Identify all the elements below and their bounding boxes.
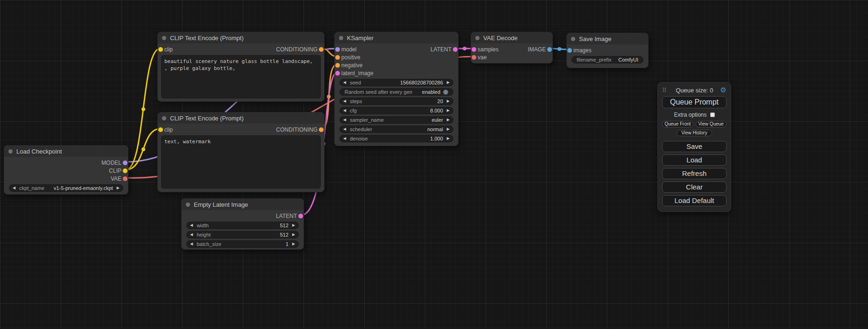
- input-port-clip[interactable]: [158, 127, 163, 132]
- input-label-images: images: [573, 47, 592, 54]
- input-port-negative[interactable]: [335, 63, 340, 68]
- decrement-arrow-icon[interactable]: ◀: [343, 81, 346, 84]
- prompt-textarea[interactable]: beautiful scenery nature glass bottle la…: [161, 55, 321, 98]
- collapse-dot-icon[interactable]: [571, 37, 575, 41]
- clear-button[interactable]: Clear: [662, 182, 727, 193]
- input-label-latent-image: latent_image: [341, 70, 374, 77]
- decrement-arrow-icon[interactable]: ◀: [190, 224, 193, 227]
- node-ksampler[interactable]: KSampler model LATENT positive negative …: [334, 32, 459, 146]
- increment-arrow-icon[interactable]: ▶: [292, 242, 295, 246]
- increment-arrow-icon[interactable]: ▶: [447, 118, 450, 122]
- increment-arrow-icon[interactable]: ▶: [447, 99, 450, 103]
- widget-steps[interactable]: ◀ steps 20 ▶: [339, 98, 453, 105]
- node-graph-canvas[interactable]: Load Checkpoint MODEL CLIP VAE ◀ ckpt_na…: [0, 0, 868, 329]
- extra-options-checkbox[interactable]: [710, 112, 715, 117]
- increment-arrow-icon[interactable]: ▶: [447, 137, 450, 140]
- decrement-arrow-icon[interactable]: ◀: [343, 127, 346, 131]
- view-queue-button[interactable]: View Queue: [696, 121, 727, 127]
- link-midpoint-dot: [141, 147, 145, 151]
- input-port-clip[interactable]: [158, 47, 163, 52]
- input-label-samples: samples: [478, 46, 499, 53]
- output-port-vae[interactable]: [123, 176, 127, 181]
- node-header[interactable]: Save Image: [567, 33, 648, 44]
- increment-arrow-icon[interactable]: ▶: [292, 233, 295, 237]
- widget-sampler-name[interactable]: ◀ sampler_name euler ▶: [339, 116, 453, 124]
- decrement-arrow-icon[interactable]: ◀: [343, 137, 346, 140]
- node-empty-latent-image[interactable]: Empty Latent Image LATENT ◀ width 512 ▶ …: [181, 198, 304, 250]
- node-header[interactable]: CLIP Text Encode (Prompt): [158, 112, 324, 124]
- widget-value: normal: [427, 126, 443, 132]
- settings-gear-icon[interactable]: ⚙: [720, 86, 727, 94]
- prompt-textarea[interactable]: text, watermark: [161, 135, 321, 189]
- input-port-vae[interactable]: [472, 55, 476, 60]
- link-midpoint-dot: [463, 47, 466, 50]
- collapse-dot-icon[interactable]: [475, 36, 480, 40]
- increment-arrow-icon[interactable]: ▶: [117, 186, 120, 190]
- output-port-model[interactable]: [123, 161, 127, 165]
- collapse-dot-icon[interactable]: [186, 203, 190, 207]
- collapse-dot-icon[interactable]: [8, 149, 13, 154]
- load-button[interactable]: Load: [662, 154, 727, 166]
- output-port-latent[interactable]: [298, 214, 303, 218]
- widget-denoise[interactable]: ◀ denoise 1.000 ▶: [339, 135, 453, 142]
- node-vae-decode[interactable]: VAE Decode samples IMAGE vae: [471, 32, 553, 63]
- decrement-arrow-icon[interactable]: ◀: [190, 233, 193, 237]
- widget-seed[interactable]: ◀ seed 156680208700286 ▶: [339, 79, 453, 86]
- collapse-dot-icon[interactable]: [339, 36, 343, 40]
- node-title: Save Image: [579, 35, 611, 42]
- widget-height[interactable]: ◀ height 512 ▶: [186, 231, 299, 238]
- decrement-arrow-icon[interactable]: ◀: [343, 118, 346, 122]
- input-port-images[interactable]: [567, 48, 572, 53]
- output-port-conditioning[interactable]: [319, 47, 324, 52]
- node-header[interactable]: Load Checkpoint: [4, 146, 128, 157]
- widget-random-seed-toggle[interactable]: Random seed after every gen enabled: [339, 88, 453, 96]
- node-clip-text-encode-positive[interactable]: CLIP Text Encode (Prompt) clip CONDITION…: [157, 32, 325, 102]
- widget-name: filename_prefix: [577, 57, 612, 63]
- extra-options-row: Extra options: [662, 111, 727, 119]
- node-header[interactable]: CLIP Text Encode (Prompt): [158, 32, 324, 43]
- decrement-arrow-icon[interactable]: ◀: [343, 99, 346, 103]
- output-port-image[interactable]: [547, 47, 552, 52]
- widget-scheduler[interactable]: ◀ scheduler normal ▶: [339, 126, 453, 133]
- drag-handle-icon[interactable]: ⠿: [662, 87, 669, 94]
- output-port-clip[interactable]: [123, 168, 127, 173]
- queue-front-button[interactable]: Queue Front: [662, 121, 693, 127]
- node-load-checkpoint[interactable]: Load Checkpoint MODEL CLIP VAE ◀ ckpt_na…: [4, 145, 128, 195]
- output-port-latent[interactable]: [453, 47, 458, 52]
- node-title: CLIP Text Encode (Prompt): [170, 35, 244, 42]
- node-clip-text-encode-negative[interactable]: CLIP Text Encode (Prompt) clip CONDITION…: [157, 112, 325, 192]
- save-button[interactable]: Save: [662, 141, 727, 152]
- decrement-arrow-icon[interactable]: ◀: [190, 242, 193, 246]
- widget-ckpt-name[interactable]: ◀ ckpt_name v1-5-pruned-emaonly.ckpt ▶: [9, 184, 123, 192]
- decrement-arrow-icon[interactable]: ◀: [343, 109, 346, 112]
- load-default-button[interactable]: Load Default: [662, 195, 727, 206]
- input-port-model[interactable]: [335, 47, 340, 52]
- collapse-dot-icon[interactable]: [162, 116, 166, 120]
- input-port-positive[interactable]: [335, 55, 340, 60]
- output-label-clip: CLIP: [109, 168, 121, 174]
- node-save-image[interactable]: Save Image images filename_prefix ComfyU…: [566, 33, 649, 68]
- node-header[interactable]: VAE Decode: [471, 32, 552, 43]
- collapse-dot-icon[interactable]: [162, 36, 166, 40]
- input-port-samples[interactable]: [472, 47, 476, 52]
- view-history-button[interactable]: View History: [677, 130, 712, 136]
- refresh-button[interactable]: Refresh: [662, 168, 727, 179]
- widget-batch-size[interactable]: ◀ batch_size 1 ▶: [186, 240, 299, 248]
- input-port-latent-image[interactable]: [335, 71, 340, 76]
- node-header[interactable]: Empty Latent Image: [182, 199, 303, 210]
- increment-arrow-icon[interactable]: ▶: [447, 109, 450, 112]
- widget-filename-prefix[interactable]: filename_prefix ComfyUI: [572, 56, 643, 63]
- increment-arrow-icon[interactable]: ▶: [447, 81, 450, 84]
- widget-name: sampler_name: [350, 117, 384, 123]
- toggle-knob-icon[interactable]: [443, 90, 448, 95]
- decrement-arrow-icon[interactable]: ◀: [13, 186, 15, 190]
- output-label-conditioning: CONDITIONING: [276, 126, 318, 133]
- increment-arrow-icon[interactable]: ▶: [292, 224, 295, 227]
- widget-width[interactable]: ◀ width 512 ▶: [186, 222, 299, 229]
- increment-arrow-icon[interactable]: ▶: [447, 127, 450, 131]
- output-port-conditioning[interactable]: [319, 127, 324, 132]
- widget-value: 512: [280, 223, 288, 228]
- widget-cfg[interactable]: ◀ cfg 8.000 ▶: [339, 107, 453, 114]
- node-header[interactable]: KSampler: [335, 32, 458, 43]
- queue-prompt-button[interactable]: Queue Prompt: [662, 96, 727, 108]
